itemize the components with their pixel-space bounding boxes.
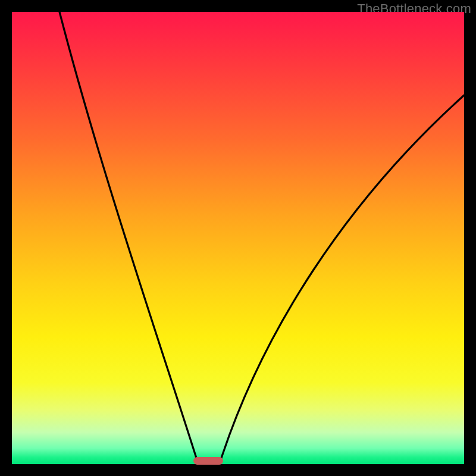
curve-left bbox=[60, 12, 198, 462]
curve-right bbox=[220, 95, 464, 462]
optimal-marker bbox=[193, 457, 223, 465]
bottleneck-curve bbox=[12, 12, 464, 464]
chart-plot-area bbox=[12, 12, 464, 464]
